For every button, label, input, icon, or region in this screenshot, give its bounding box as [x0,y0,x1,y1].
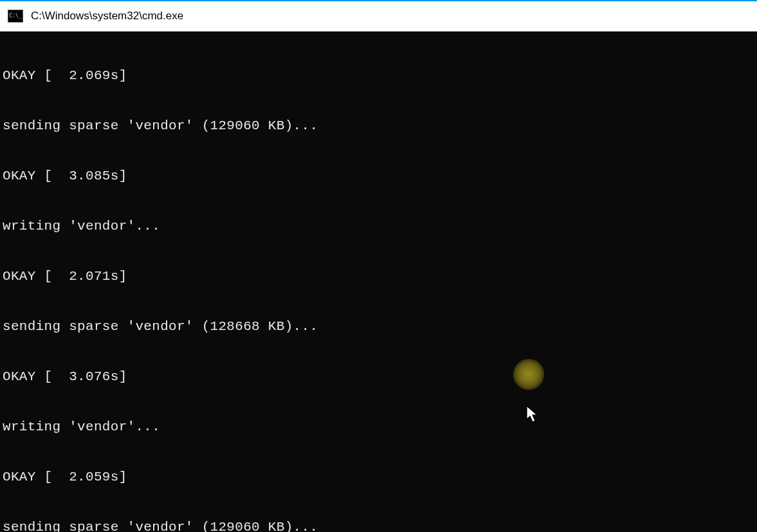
terminal-output[interactable]: OKAY [ 2.069s] sending sparse 'vendor' (… [0,32,757,531]
terminal-line: OKAY [ 2.071s] [3,268,754,285]
terminal-line: sending sparse 'vendor' (129060 KB)... [3,118,754,134]
terminal-line: OKAY [ 2.069s] [3,68,754,84]
window-title: C:\Windows\system32\cmd.exe [31,10,183,23]
terminal-line: writing 'vendor'... [3,218,754,235]
terminal-line: OKAY [ 3.085s] [3,168,754,185]
terminal-line: sending sparse 'vendor' (128668 KB)... [3,318,754,335]
terminal-line: OKAY [ 3.076s] [3,369,754,385]
terminal-line: writing 'vendor'... [3,419,754,436]
cmd-icon [8,10,23,23]
terminal-line: OKAY [ 2.059s] [3,469,754,486]
titlebar[interactable]: C:\Windows\system32\cmd.exe [0,1,757,32]
terminal-line: sending sparse 'vendor' (129060 KB)... [3,519,754,532]
